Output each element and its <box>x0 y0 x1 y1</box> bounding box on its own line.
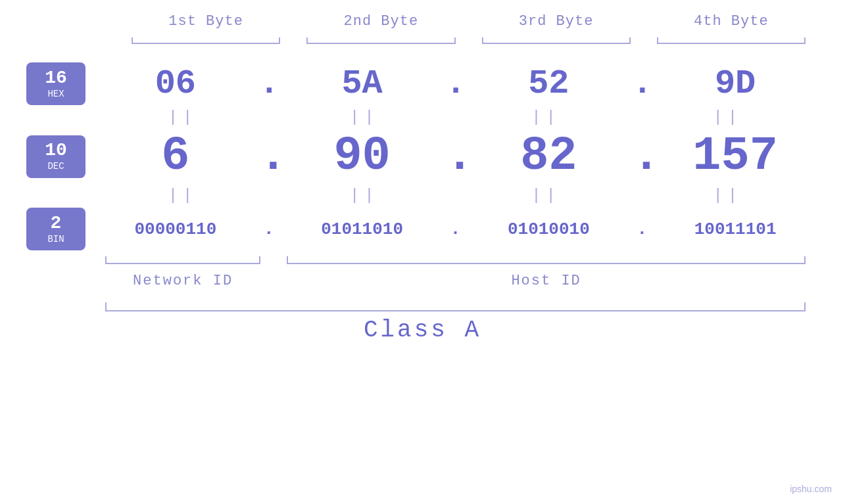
bin-base-label: BIN <box>47 234 64 244</box>
equals-2-1: || <box>92 187 274 204</box>
hex-byte3: 52 <box>466 64 633 103</box>
bin-badge: 2 BIN <box>26 208 85 250</box>
hex-badge: 16 HEX <box>26 62 85 105</box>
bracket-byte2 <box>293 36 468 49</box>
dec-dot1: . <box>259 129 279 183</box>
equals-1-1: || <box>92 108 274 126</box>
equals-2-3: || <box>456 187 637 204</box>
byte1-header: 1st Byte <box>118 13 293 30</box>
class-label: Class A <box>26 317 819 344</box>
bin-row: 2 BIN 00000110 . 01011010 . 01010010 . 1… <box>26 208 819 250</box>
bin-dot2: . <box>446 219 466 239</box>
bin-values-row: 00000110 . 01011010 . 01010010 . 1001110… <box>92 219 819 239</box>
bin-dot1: . <box>259 219 279 239</box>
dec-dot3: . <box>632 129 652 183</box>
hex-byte4: 9D <box>652 64 819 103</box>
bin-byte1: 00000110 <box>92 219 259 239</box>
hex-byte2: 5A <box>279 64 446 103</box>
hex-base-number: 16 <box>45 69 67 87</box>
equals-2-4: || <box>637 187 819 204</box>
hex-values-row: 06 . 5A . 52 . 9D <box>92 64 819 103</box>
dec-dot2: . <box>446 129 466 183</box>
bracket-byte1 <box>118 36 293 49</box>
network-id-label: Network ID <box>92 273 274 289</box>
bin-byte3: 01010010 <box>466 219 633 239</box>
equals-1-3: || <box>456 108 637 126</box>
byte3-header: 3rd Byte <box>469 13 644 30</box>
bin-byte4: 10011101 <box>652 219 819 239</box>
hex-dot1: . <box>259 64 279 103</box>
watermark: ipshu.com <box>790 484 832 494</box>
bracket-byte4 <box>644 36 819 49</box>
dec-base-label: DEC <box>47 161 64 172</box>
equals-2-2: || <box>274 187 455 204</box>
class-bracket <box>92 296 819 311</box>
hex-dot2: . <box>446 64 466 103</box>
bin-dot3: . <box>632 219 652 239</box>
equals-row-1: || || || || <box>26 108 819 126</box>
bin-byte2: 01011010 <box>279 219 446 239</box>
dec-byte4: 157 <box>652 129 819 183</box>
equals-row-2: || || || || <box>26 187 819 204</box>
equals-1-4: || <box>637 108 819 126</box>
dec-byte2: 90 <box>279 129 446 183</box>
host-id-label: Host ID <box>274 273 819 289</box>
dec-base-number: 10 <box>45 141 67 160</box>
hex-dot3: . <box>632 64 652 103</box>
hex-byte1: 06 <box>92 64 259 103</box>
bin-base-number: 2 <box>51 214 62 233</box>
dec-row: 10 DEC 6 . 90 . 82 . 157 <box>26 129 819 183</box>
hex-base-label: HEX <box>47 89 64 99</box>
equals-1-2: || <box>274 108 455 126</box>
dec-byte3: 82 <box>466 129 633 183</box>
dec-byte1: 6 <box>92 129 259 183</box>
hex-row: 16 HEX 06 . 5A . 52 . 9D <box>26 62 819 105</box>
bracket-byte3 <box>469 36 644 49</box>
byte2-header: 2nd Byte <box>293 13 468 30</box>
dec-values-row: 6 . 90 . 82 . 157 <box>92 129 819 183</box>
dec-badge: 10 DEC <box>26 135 85 178</box>
byte4-header: 4th Byte <box>644 13 819 30</box>
